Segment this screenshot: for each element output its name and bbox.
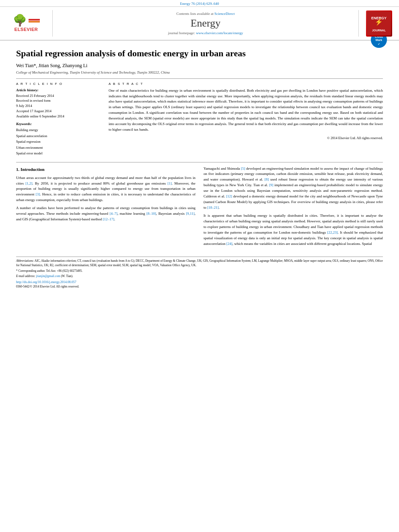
keyword-4: Urban environment <box>16 145 101 150</box>
elsevier-brand-text: ELSEVIER <box>14 27 38 32</box>
sciencedirect-line: Contents lists available at ScienceDirec… <box>177 12 235 16</box>
article-info-abstract-section: A R T I C L E I N F O Article history: R… <box>16 82 383 156</box>
right-body-column: Yamaguchi and Shimoda [5] developed an e… <box>204 166 383 249</box>
footnotes-section: Abbreviations: AIC, Akaike information c… <box>16 257 383 279</box>
elsevier-logo: 🌳 ELSEVIER <box>4 10 48 37</box>
journal-title: Energy <box>191 17 221 29</box>
corresponding-author-line: * Corresponding author. Tel./fax: +86 (0… <box>16 269 383 273</box>
email-link[interactable]: jtianjin@gmail.com <box>36 274 60 278</box>
energy-logo-box: ENERGY ⚡ JOURNAL <box>363 10 395 37</box>
ref-8[interactable]: [8] <box>265 177 269 181</box>
online-date: Available online 6 September 2014 <box>16 114 101 119</box>
email-line: E-mail address: jtianjin@gmail.com (W. T… <box>16 274 383 278</box>
received-date: Received 25 February 2014 <box>16 93 101 99</box>
ref-9-11[interactable]: [9,11] <box>186 212 194 216</box>
ref-4-7[interactable]: [4–7] <box>109 212 117 216</box>
paper-title: Spatial regression analysis of domestic … <box>16 48 383 60</box>
history-title: Article history: <box>16 88 101 92</box>
article-info-heading: A R T I C L E I N F O <box>16 82 101 86</box>
ref-1[interactable]: [1] <box>168 181 172 185</box>
keywords-section: Keywords: Building energy Spatial autoco… <box>16 122 101 156</box>
ref-3[interactable]: [3] <box>36 192 40 196</box>
tree-icon: 🌳 <box>13 15 27 26</box>
svg-text:JOURNAL: JOURNAL <box>372 29 386 32</box>
svg-text:Mark: Mark <box>376 39 382 41</box>
intro-paragraph-1: Urban areas account for approximately tw… <box>16 175 195 203</box>
journal-reference: Energy 76 (2014) 629–640 <box>0 0 399 7</box>
keywords-title: Keywords: <box>16 122 101 126</box>
abbreviations-label: Abbreviations: <box>16 259 34 263</box>
ref-5[interactable]: [5] <box>241 166 245 170</box>
ref-9[interactable]: [9] <box>269 183 274 187</box>
copyright-line: © 2014 Elsevier Ltd. All rights reserved… <box>109 136 383 140</box>
keyword-1: Building energy <box>16 127 101 133</box>
left-body-column: 1. Introduction Urban areas account for … <box>16 166 195 249</box>
keyword-5: Spatial error model <box>16 150 101 156</box>
ref-22-23[interactable]: [22,23] <box>327 230 338 234</box>
email-label: E-mail address: <box>16 274 35 278</box>
ref-24[interactable]: [24] <box>226 242 232 246</box>
ref-18-21[interactable]: [18–21] <box>207 205 219 210</box>
abstract-text: One of main characteristics for building… <box>109 88 383 133</box>
abstract-heading: A B S T R A C T <box>109 82 383 86</box>
authors-line: Wei Tian*, Jitian Song, Zhanyong Li <box>16 63 383 69</box>
ref-12[interactable]: [12] <box>226 194 232 198</box>
abbreviations-line: Abbreviations: AIC, Akaike information c… <box>16 259 383 268</box>
footer-copyright: 0360-5442/© 2014 Elsevier Ltd. All right… <box>16 285 383 288</box>
doi-line: http://dx.doi.org/10.1016/j.energy.2014.… <box>16 280 383 284</box>
keyword-3: Spatial regression <box>16 139 101 144</box>
keyword-2: Spatial autocorrelation <box>16 133 101 139</box>
divider <box>16 78 383 79</box>
email-name: (W. Tian). <box>61 274 73 278</box>
ref-1-2[interactable]: [1,2] <box>25 181 32 185</box>
homepage-line: journal homepage: www.elsevier.com/locat… <box>168 31 243 35</box>
svg-text:⚡: ⚡ <box>375 18 383 26</box>
ref-12-17[interactable]: [12–17] <box>103 217 114 221</box>
body-two-columns: 1. Introduction Urban areas account for … <box>16 166 383 249</box>
intro-paragraph-2: A number of studies have been performed … <box>16 205 195 222</box>
abstract-column: A B S T R A C T One of main characterist… <box>109 82 383 156</box>
journal-center: Contents lists available at ScienceDirec… <box>52 10 359 37</box>
revised-label: Received in revised form <box>16 98 101 103</box>
paper-content: Cross Mark ✓ Spatial regression analysis… <box>0 41 399 160</box>
doi-link[interactable]: http://dx.doi.org/10.1016/j.energy.2014.… <box>16 280 76 284</box>
energy-logo-graphic: ENERGY ⚡ JOURNAL <box>366 10 392 37</box>
revised-date: 9 July 2014 <box>16 103 101 109</box>
article-info-column: A R T I C L E I N F O Article history: R… <box>16 82 101 156</box>
intro-section-title: 1. Introduction <box>16 166 195 173</box>
journal-header: 🌳 ELSEVIER Contents lists available at S… <box>0 7 399 41</box>
accepted-date: Accepted 17 August 2014 <box>16 109 101 114</box>
right-paragraph-2: It is apparent that urban building energ… <box>204 213 383 247</box>
svg-text:✓: ✓ <box>378 43 380 45</box>
body-section: 1. Introduction Urban areas account for … <box>0 164 399 253</box>
article-history: Article history: Received 25 February 20… <box>16 88 101 119</box>
abbreviations-text: AIC, Akaike information criterion; CT, c… <box>16 259 383 267</box>
affiliation-line: College of Mechanical Engineering, Tianj… <box>16 70 383 74</box>
homepage-link[interactable]: www.elsevier.com/locate/energy <box>196 31 243 35</box>
ref-8-10[interactable]: [8–10] <box>146 212 156 216</box>
sciencedirect-link[interactable]: ScienceDirect <box>214 12 234 16</box>
right-paragraph-1: Yamaguchi and Shimoda [5] developed an e… <box>204 166 383 211</box>
